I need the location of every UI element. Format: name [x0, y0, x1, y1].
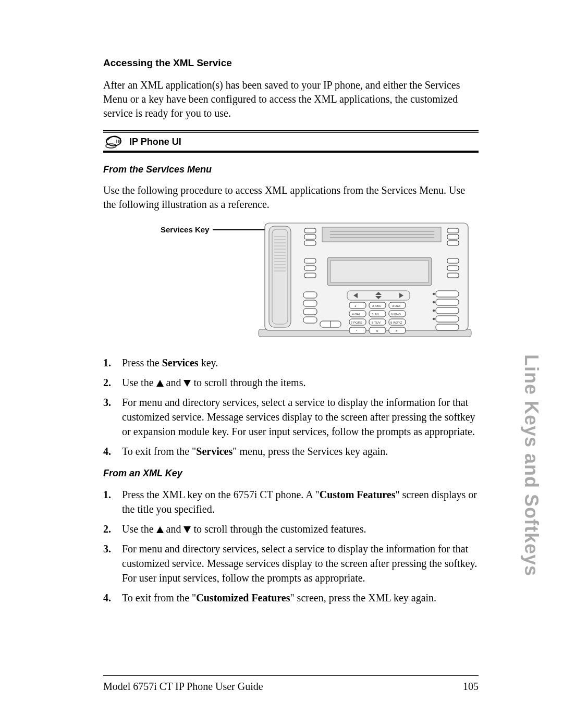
t: To exit from the "	[122, 446, 196, 457]
step-4: 4. To exit from the "Customized Features…	[103, 590, 479, 605]
step-2: 2. Use the and to scroll through the cus…	[103, 522, 479, 536]
steps-services-menu: 1. Press the Services key. 2. Use the an…	[103, 355, 479, 459]
svg-text:6 MNO: 6 MNO	[391, 313, 401, 316]
subsection-heading-services-menu: From the Services Menu	[103, 164, 479, 175]
step-3: 3. For menu and directory services, sele…	[103, 541, 479, 585]
phone-icon	[105, 135, 123, 149]
svg-rect-29	[447, 235, 459, 239]
svg-rect-36	[447, 258, 459, 263]
up-arrow-icon	[156, 526, 164, 533]
svg-text:3 DEF: 3 DEF	[392, 304, 401, 307]
t: to scroll through the items.	[191, 377, 305, 388]
step-3: 3. For menu and directory services, sele…	[103, 395, 479, 439]
down-arrow-icon	[183, 526, 191, 533]
t: Use the	[122, 523, 156, 535]
svg-rect-30	[447, 241, 459, 245]
t: Press the XML key on the 6757i CT phone.…	[122, 489, 320, 500]
t: key.	[199, 357, 218, 368]
svg-point-75	[433, 293, 435, 295]
step-text: To exit from the "Services" menu, press …	[122, 444, 388, 459]
step-number: 3.	[103, 395, 115, 439]
down-arrow-icon	[183, 380, 191, 387]
step-text: Press the XML key on the 6757i CT phone.…	[122, 487, 479, 516]
side-tab-title: Line Keys and Softkeys	[520, 354, 542, 576]
svg-rect-33	[304, 258, 316, 263]
step-4: 4. To exit from the "Services" menu, pre…	[103, 444, 479, 459]
svg-rect-38	[447, 273, 459, 278]
step-2: 2. Use the and to scroll through the ite…	[103, 375, 479, 390]
figure-label-services-key: Services Key	[161, 225, 209, 234]
ip-phone-ui-callout: IP Phone UI	[103, 130, 479, 153]
svg-rect-45	[303, 300, 317, 306]
intro-paragraph: After an XML application(s) has been sav…	[103, 78, 479, 120]
step-1: 1. Press the Services key.	[103, 355, 479, 370]
svg-rect-34	[304, 266, 316, 270]
svg-text:4 GHI: 4 GHI	[352, 313, 360, 316]
step-number: 2.	[103, 522, 115, 536]
svg-point-79	[433, 310, 435, 312]
step-number: 4.	[103, 444, 115, 459]
callout-row: IP Phone UI	[103, 133, 479, 151]
sub1-intro: Use the following procedure to access XM…	[103, 183, 479, 212]
footer-rule	[103, 675, 479, 676]
svg-point-77	[433, 301, 435, 303]
svg-rect-32	[331, 261, 429, 282]
t: " menu, press the Services key again.	[232, 446, 388, 457]
svg-rect-44	[303, 292, 317, 298]
up-arrow-icon	[156, 380, 164, 387]
content-column: Accessing the XML Service After an XML a…	[103, 57, 479, 614]
svg-rect-35	[304, 273, 316, 278]
step-text: For menu and directory services, select …	[122, 541, 479, 585]
svg-text:9 WXYZ: 9 WXYZ	[390, 321, 402, 324]
svg-rect-28	[447, 228, 459, 233]
svg-point-81	[433, 318, 435, 320]
svg-rect-76	[436, 299, 459, 305]
t: Press the	[122, 357, 162, 368]
t: Use the	[122, 377, 156, 388]
step-text: Use the and to scroll through the items.	[122, 375, 305, 390]
svg-rect-80	[436, 316, 459, 322]
svg-rect-50	[349, 302, 366, 309]
section-heading: Accessing the XML Service	[103, 57, 479, 69]
t-bold: Customized Features	[196, 592, 290, 603]
phone-device-icon: 1 2 ABC 3 DEF 4 GHI 5 JKL 6 MNO 7 PQRS 8…	[254, 221, 479, 341]
callout-label: IP Phone UI	[129, 137, 181, 147]
step-text: Use the and to scroll through the custom…	[122, 522, 366, 536]
t: to scroll through the customized feature…	[191, 523, 366, 535]
svg-rect-78	[436, 307, 459, 314]
svg-rect-25	[304, 228, 316, 233]
footer: Model 6757i CT IP Phone User Guide 105	[103, 681, 479, 693]
svg-text:5 JKL: 5 JKL	[372, 313, 380, 316]
phone-illustration: Services Key	[103, 221, 479, 341]
t: and	[164, 377, 184, 388]
page: Accessing the XML Service After an XML a…	[0, 0, 563, 728]
svg-rect-68	[349, 327, 366, 334]
svg-text:7 PQRS: 7 PQRS	[351, 321, 362, 324]
t: and	[164, 523, 184, 535]
step-number: 1.	[103, 487, 115, 516]
t-bold: Services	[196, 446, 232, 457]
rule	[103, 130, 479, 131]
t-bold: Services	[162, 357, 199, 368]
svg-text:2 ABC: 2 ABC	[372, 304, 382, 307]
svg-rect-27	[304, 241, 316, 245]
svg-rect-26	[304, 235, 316, 239]
steps-xml-key: 1. Press the XML key on the 6757i CT pho…	[103, 487, 479, 605]
step-text: For menu and directory services, select …	[122, 395, 479, 439]
footer-guide-title: Model 6757i CT IP Phone User Guide	[103, 681, 263, 693]
svg-rect-37	[447, 266, 459, 270]
svg-rect-46	[303, 309, 317, 315]
svg-rect-47	[303, 317, 317, 323]
step-number: 1.	[103, 355, 115, 370]
step-text: Press the Services key.	[122, 355, 218, 370]
step-number: 4.	[103, 590, 115, 605]
rule	[103, 151, 479, 153]
svg-text:8 TUV: 8 TUV	[372, 321, 381, 324]
subsection-heading-xml-key: From an XML Key	[103, 468, 479, 479]
t: " screen, press the XML key again.	[290, 592, 436, 603]
t-bold: Custom Features	[320, 489, 396, 500]
footer-page-number: 105	[463, 681, 479, 693]
step-number: 2.	[103, 375, 115, 390]
svg-rect-74	[436, 291, 459, 297]
step-number: 3.	[103, 541, 115, 585]
